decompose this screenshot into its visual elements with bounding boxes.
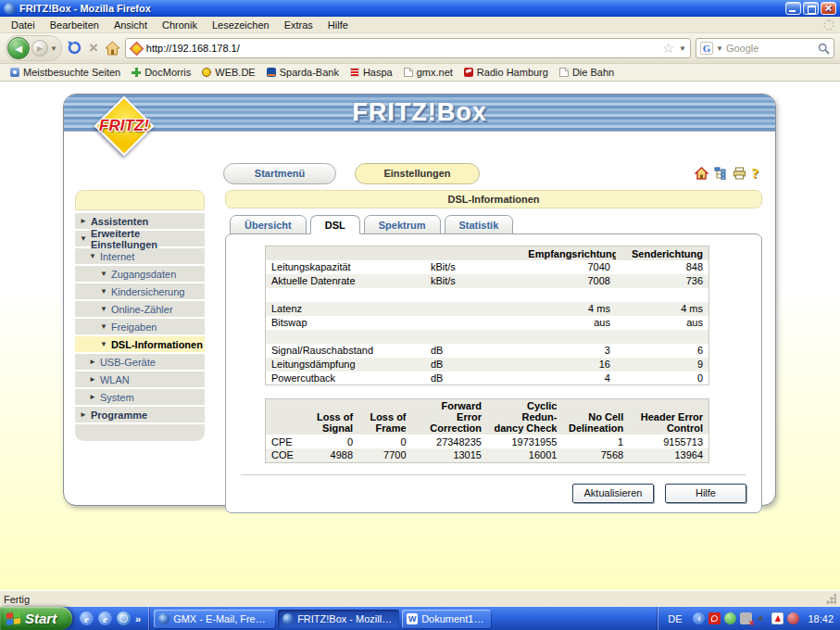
sidebar-item-programme[interactable]: ►Programme	[75, 407, 205, 422]
reload-button[interactable]	[67, 40, 82, 57]
quick-launch-overflow-icon[interactable]: »	[135, 613, 141, 624]
search-engine-dropdown-icon[interactable]: ▼	[716, 44, 723, 53]
bookmark-die-bahn[interactable]: Die Bahn	[554, 64, 620, 81]
tab-spektrum[interactable]: Spektrum	[364, 215, 441, 234]
bookmark-haspa[interactable]: Haspa	[345, 64, 398, 81]
einstellungen-button[interactable]: Einstellungen	[355, 163, 480, 184]
table-header-row: EmpfangsrichtungSenderichtung	[266, 246, 709, 260]
search-box[interactable]: G ▼ Google	[696, 38, 834, 58]
bookmark-docmorris[interactable]: DocMorris	[126, 64, 196, 81]
search-input[interactable]: Google	[726, 43, 815, 54]
tray-vol-icon[interactable]	[756, 612, 768, 624]
start-button[interactable]: Start	[0, 607, 72, 630]
bookmark-label: Sparda-Bank	[280, 67, 339, 78]
table-row: Bitswapausaus	[266, 316, 709, 330]
back-button[interactable]	[7, 37, 30, 59]
print-icon[interactable]	[733, 167, 746, 180]
startmenu-button[interactable]: Startmenü	[223, 163, 336, 184]
forward-button[interactable]	[31, 40, 48, 57]
table-row	[266, 288, 709, 302]
bookmark-sparda-bank[interactable]: Sparda-Bank	[261, 64, 345, 81]
sidebar-item-erweiterte-einstellungen[interactable]: ▼Erweiterte Einstellungen	[75, 231, 205, 246]
tab-statistik[interactable]: Statistik	[445, 215, 514, 234]
sidebar-item-wlan[interactable]: ►WLAN	[75, 372, 205, 387]
history-dropdown-icon[interactable]: ▼	[50, 44, 57, 53]
sidebar-item-assistenten[interactable]: ►Assistenten	[75, 213, 205, 229]
table-cell: 13964	[629, 448, 708, 462]
tab-dsl[interactable]: DSL	[310, 215, 360, 234]
bookmark-radio-hamburg[interactable]: Radio Hamburg	[458, 64, 554, 81]
history-nav-cluster: ▼	[6, 35, 62, 61]
tray-update-icon[interactable]	[724, 612, 736, 624]
bookmark-meistbesuchte-seiten[interactable]: Meistbesuchte Seiten	[5, 64, 126, 81]
task-button-dokument1-microsof[interactable]: Dokument1 - Microsof...	[402, 610, 491, 628]
banner-title: FRITZ!Box	[64, 98, 775, 127]
menu-hilfe[interactable]: Hilfe	[320, 19, 356, 32]
table-cell: 4988	[306, 448, 358, 462]
menu-ansicht[interactable]: Ansicht	[107, 19, 155, 32]
tray-avira-icon[interactable]	[771, 612, 784, 624]
taskbar-clock: 18:42	[808, 613, 834, 624]
sidebar-item-system[interactable]: ►System	[75, 389, 205, 405]
bookmark-label: Haspa	[363, 67, 393, 78]
tray-pdf-icon[interactable]	[708, 612, 721, 624]
sidebar-item-usb-ger-te[interactable]: ►USB-Geräte	[75, 354, 205, 370]
sidebar-item-internet[interactable]: ▼Internet	[75, 248, 205, 264]
table-cell	[616, 330, 709, 344]
internet-explorer-icon[interactable]: e	[80, 611, 94, 625]
tab-bersicht[interactable]: Übersicht	[230, 215, 307, 234]
sidebar-bottom-cap	[75, 424, 205, 441]
help-icon[interactable]: ?	[752, 166, 759, 182]
menu-extras[interactable]: Extras	[277, 19, 320, 32]
table-cell	[266, 288, 425, 302]
fritzbox-banner: FRITZ!Box	[64, 94, 775, 132]
firefox-icon	[4, 3, 16, 15]
sidebar-item-label: System	[100, 392, 134, 403]
sidebar-item-online-z-hler[interactable]: ▼Online-Zähler	[75, 301, 205, 317]
menu-chronik[interactable]: Chronik	[155, 19, 205, 32]
table-cell: Leitungsdämpfung	[266, 358, 425, 372]
menu-bearbeiten[interactable]: Bearbeiten	[43, 19, 107, 32]
internet-explorer-icon[interactable]: e	[98, 611, 112, 625]
sidebar-menu: ►Assistenten▼Erweiterte Einstellungen▼In…	[75, 190, 205, 513]
resize-grip[interactable]	[825, 594, 836, 605]
home-icon[interactable]	[695, 167, 708, 180]
sidebar-item-dsl-informationen[interactable]: ▼DSL-Informationen	[75, 336, 205, 352]
menu-lesezeichen[interactable]: Lesezeichen	[205, 19, 277, 32]
sidebar-item-kindersicherung[interactable]: ▼Kindersicherung	[75, 284, 205, 299]
bookmark-star-icon[interactable]: ☆	[663, 41, 675, 56]
tab-strip: ÜbersichtDSLSpektrumStatistik	[225, 215, 762, 233]
tray-net-icon[interactable]	[740, 612, 752, 624]
url-dropdown-icon[interactable]: ▼	[679, 44, 686, 53]
restore-button[interactable]	[803, 2, 819, 15]
bookmark-gmx-net[interactable]: gmx.net	[398, 64, 458, 81]
home-button[interactable]	[105, 41, 120, 56]
table-cell	[425, 330, 522, 344]
close-button[interactable]	[821, 2, 836, 15]
menu-datei[interactable]: Datei	[4, 19, 43, 32]
table-cell	[266, 330, 425, 344]
table-row: PowercutbackdB40	[266, 372, 709, 385]
table-cell: 16	[522, 358, 616, 372]
hilfe-button[interactable]: Hilfe	[665, 484, 746, 503]
column-header	[266, 246, 425, 260]
minimize-button[interactable]	[785, 2, 801, 15]
sidebar-item-zugangsdaten[interactable]: ▼Zugangsdaten	[75, 266, 205, 282]
globe-icon[interactable]	[117, 611, 131, 625]
task-button-fritz-box-mozilla-fi[interactable]: FRITZ!Box - Mozilla Fi...	[278, 610, 399, 628]
bookmark-label: gmx.net	[417, 67, 453, 78]
sitemap-icon[interactable]	[714, 167, 727, 180]
url-text[interactable]: http://192.168.178.1/	[146, 43, 658, 54]
aktualisieren-button[interactable]: Aktualisieren	[572, 484, 654, 503]
sidebar-item-freigaben[interactable]: ▼Freigaben	[75, 319, 205, 334]
tray-guard-icon[interactable]	[787, 612, 799, 624]
chevron-right-icon: ►	[89, 375, 96, 384]
language-indicator[interactable]: DE	[668, 613, 682, 624]
task-button-gmx-e-mail-freemai[interactable]: GMX - E-Mail, FreeMai...	[154, 610, 275, 628]
search-icon[interactable]	[818, 43, 830, 55]
tray-hide-icon[interactable]	[693, 612, 705, 624]
stop-button[interactable]: ×	[87, 42, 100, 55]
url-bar[interactable]: http://192.168.178.1/ ☆ ▼	[125, 38, 691, 58]
table-cell: Aktuelle Datenrate	[266, 274, 425, 288]
bookmark-web-de[interactable]: WEB.DE	[196, 64, 260, 81]
